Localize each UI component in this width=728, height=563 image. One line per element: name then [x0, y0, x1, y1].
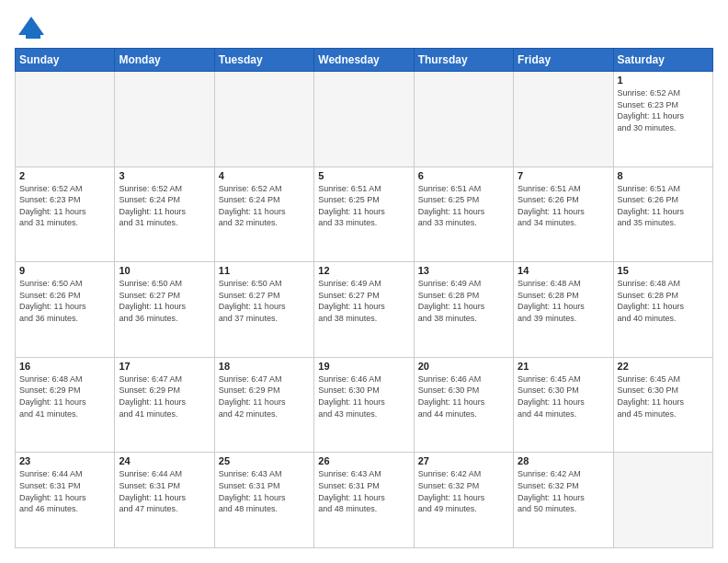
day-number: 18 — [219, 361, 310, 372]
calendar-cell: 13Sunrise: 6:49 AM Sunset: 6:28 PM Dayli… — [414, 262, 513, 358]
day-number: 14 — [518, 265, 609, 276]
calendar-cell: 16Sunrise: 6:48 AM Sunset: 6:29 PM Dayli… — [16, 357, 115, 453]
day-info: Sunrise: 6:44 AM Sunset: 6:31 PM Dayligh… — [19, 468, 110, 514]
day-info: Sunrise: 6:52 AM Sunset: 6:23 PM Dayligh… — [19, 183, 110, 229]
calendar-cell — [115, 72, 214, 167]
calendar-cell: 4Sunrise: 6:52 AM Sunset: 6:24 PM Daylig… — [214, 167, 313, 262]
day-info: Sunrise: 6:45 AM Sunset: 6:30 PM Dayligh… — [518, 373, 609, 419]
day-number: 28 — [518, 455, 609, 466]
calendar-cell: 28Sunrise: 6:42 AM Sunset: 6:32 PM Dayli… — [514, 453, 613, 548]
calendar-cell — [314, 72, 414, 167]
day-info: Sunrise: 6:43 AM Sunset: 6:31 PM Dayligh… — [219, 468, 310, 514]
calendar-cell: 20Sunrise: 6:46 AM Sunset: 6:30 PM Dayli… — [414, 357, 513, 453]
calendar-cell: 17Sunrise: 6:47 AM Sunset: 6:29 PM Dayli… — [115, 357, 214, 453]
calendar-cell: 21Sunrise: 6:45 AM Sunset: 6:30 PM Dayli… — [514, 357, 613, 453]
calendar-table: SundayMondayTuesdayWednesdayThursdayFrid… — [15, 48, 713, 548]
calendar-cell: 15Sunrise: 6:48 AM Sunset: 6:28 PM Dayli… — [613, 262, 712, 358]
day-info: Sunrise: 6:50 AM Sunset: 6:27 PM Dayligh… — [219, 278, 310, 324]
day-number: 21 — [518, 361, 609, 372]
day-number: 9 — [19, 265, 110, 276]
day-number: 4 — [219, 170, 310, 181]
day-number: 23 — [19, 455, 110, 466]
calendar-cell: 25Sunrise: 6:43 AM Sunset: 6:31 PM Dayli… — [214, 453, 313, 548]
weekday-header-saturday: Saturday — [613, 49, 712, 72]
day-number: 17 — [119, 361, 210, 372]
week-row-5: 23Sunrise: 6:44 AM Sunset: 6:31 PM Dayli… — [16, 453, 713, 548]
logo-text — [15, 15, 46, 39]
calendar-cell: 1Sunrise: 6:52 AM Sunset: 6:23 PM Daylig… — [613, 72, 712, 167]
calendar-cell — [414, 72, 513, 167]
day-info: Sunrise: 6:45 AM Sunset: 6:30 PM Dayligh… — [618, 373, 709, 419]
week-row-3: 9Sunrise: 6:50 AM Sunset: 6:26 PM Daylig… — [16, 262, 713, 358]
calendar-cell: 9Sunrise: 6:50 AM Sunset: 6:26 PM Daylig… — [16, 262, 115, 358]
weekday-header-monday: Monday — [115, 49, 214, 72]
calendar-cell — [514, 72, 613, 167]
day-info: Sunrise: 6:49 AM Sunset: 6:28 PM Dayligh… — [418, 278, 509, 324]
weekday-header-row: SundayMondayTuesdayWednesdayThursdayFrid… — [16, 49, 713, 72]
day-number: 13 — [418, 265, 509, 276]
day-info: Sunrise: 6:47 AM Sunset: 6:29 PM Dayligh… — [119, 373, 210, 419]
day-number: 22 — [618, 361, 709, 372]
day-info: Sunrise: 6:51 AM Sunset: 6:25 PM Dayligh… — [418, 183, 509, 229]
day-number: 12 — [318, 265, 409, 276]
calendar-cell: 23Sunrise: 6:44 AM Sunset: 6:31 PM Dayli… — [16, 453, 115, 548]
calendar-cell: 14Sunrise: 6:48 AM Sunset: 6:28 PM Dayli… — [514, 262, 613, 358]
calendar-cell: 7Sunrise: 6:51 AM Sunset: 6:26 PM Daylig… — [514, 167, 613, 262]
calendar-cell — [214, 72, 313, 167]
day-info: Sunrise: 6:48 AM Sunset: 6:28 PM Dayligh… — [518, 278, 609, 324]
header — [15, 15, 713, 39]
calendar-cell: 10Sunrise: 6:50 AM Sunset: 6:27 PM Dayli… — [115, 262, 214, 358]
day-number: 6 — [418, 170, 509, 181]
week-row-1: 1Sunrise: 6:52 AM Sunset: 6:23 PM Daylig… — [16, 72, 713, 167]
day-number: 11 — [219, 265, 310, 276]
weekday-header-friday: Friday — [514, 49, 613, 72]
day-info: Sunrise: 6:43 AM Sunset: 6:31 PM Dayligh… — [318, 468, 409, 514]
day-number: 3 — [119, 170, 210, 181]
calendar-cell: 19Sunrise: 6:46 AM Sunset: 6:30 PM Dayli… — [314, 357, 414, 453]
week-row-2: 2Sunrise: 6:52 AM Sunset: 6:23 PM Daylig… — [16, 167, 713, 262]
day-number: 15 — [618, 265, 709, 276]
calendar-cell: 6Sunrise: 6:51 AM Sunset: 6:25 PM Daylig… — [414, 167, 513, 262]
day-info: Sunrise: 6:48 AM Sunset: 6:28 PM Dayligh… — [618, 278, 709, 324]
day-number: 20 — [418, 361, 509, 372]
day-info: Sunrise: 6:42 AM Sunset: 6:32 PM Dayligh… — [518, 468, 609, 514]
day-info: Sunrise: 6:52 AM Sunset: 6:24 PM Dayligh… — [219, 183, 310, 229]
day-info: Sunrise: 6:46 AM Sunset: 6:30 PM Dayligh… — [418, 373, 509, 419]
week-row-4: 16Sunrise: 6:48 AM Sunset: 6:29 PM Dayli… — [16, 357, 713, 453]
day-number: 16 — [19, 361, 110, 372]
weekday-header-thursday: Thursday — [414, 49, 513, 72]
logo-icon — [17, 15, 46, 39]
day-number: 10 — [119, 265, 210, 276]
day-number: 27 — [418, 455, 509, 466]
calendar-cell — [613, 453, 712, 548]
weekday-header-wednesday: Wednesday — [314, 49, 414, 72]
calendar-cell: 24Sunrise: 6:44 AM Sunset: 6:31 PM Dayli… — [115, 453, 214, 548]
day-number: 24 — [119, 455, 210, 466]
day-number: 5 — [318, 170, 409, 181]
day-number: 7 — [518, 170, 609, 181]
day-info: Sunrise: 6:51 AM Sunset: 6:25 PM Dayligh… — [318, 183, 409, 229]
calendar-cell — [16, 72, 115, 167]
day-info: Sunrise: 6:51 AM Sunset: 6:26 PM Dayligh… — [518, 183, 609, 229]
logo — [15, 15, 46, 39]
calendar-cell: 22Sunrise: 6:45 AM Sunset: 6:30 PM Dayli… — [613, 357, 712, 453]
weekday-header-sunday: Sunday — [16, 49, 115, 72]
calendar-cell: 2Sunrise: 6:52 AM Sunset: 6:23 PM Daylig… — [16, 167, 115, 262]
weekday-header-tuesday: Tuesday — [214, 49, 313, 72]
day-number: 2 — [19, 170, 110, 181]
day-info: Sunrise: 6:52 AM Sunset: 6:24 PM Dayligh… — [119, 183, 210, 229]
calendar-cell: 3Sunrise: 6:52 AM Sunset: 6:24 PM Daylig… — [115, 167, 214, 262]
calendar-cell: 27Sunrise: 6:42 AM Sunset: 6:32 PM Dayli… — [414, 453, 513, 548]
day-number: 19 — [318, 361, 409, 372]
day-info: Sunrise: 6:42 AM Sunset: 6:32 PM Dayligh… — [418, 468, 509, 514]
day-info: Sunrise: 6:50 AM Sunset: 6:26 PM Dayligh… — [19, 278, 110, 324]
day-number: 8 — [618, 170, 709, 181]
svg-marker-1 — [26, 35, 40, 39]
day-info: Sunrise: 6:44 AM Sunset: 6:31 PM Dayligh… — [119, 468, 210, 514]
day-info: Sunrise: 6:51 AM Sunset: 6:26 PM Dayligh… — [618, 183, 709, 229]
calendar-cell: 5Sunrise: 6:51 AM Sunset: 6:25 PM Daylig… — [314, 167, 414, 262]
day-info: Sunrise: 6:50 AM Sunset: 6:27 PM Dayligh… — [119, 278, 210, 324]
calendar-cell: 11Sunrise: 6:50 AM Sunset: 6:27 PM Dayli… — [214, 262, 313, 358]
day-number: 25 — [219, 455, 310, 466]
day-info: Sunrise: 6:46 AM Sunset: 6:30 PM Dayligh… — [318, 373, 409, 419]
